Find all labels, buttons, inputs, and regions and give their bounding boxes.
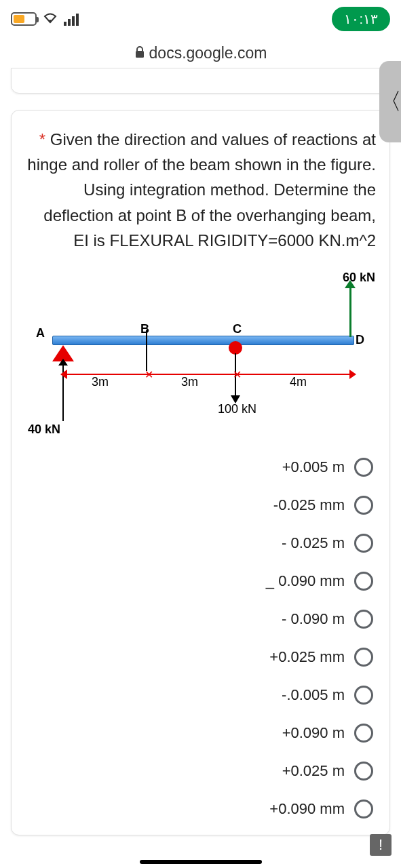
- option-row[interactable]: - 0.025 m: [25, 524, 376, 562]
- option-label: +0.025 mm: [269, 648, 345, 666]
- url-bar[interactable]: docs.google.com: [0, 37, 401, 68]
- option-label: +0.025 m: [282, 762, 345, 780]
- option-label: -0.025 mm: [273, 496, 345, 514]
- option-row[interactable]: +0.090 m: [25, 714, 376, 752]
- question-body: Given the direction and values of reacti…: [27, 130, 376, 250]
- roller-icon: [229, 341, 242, 355]
- option-label: - 0.090 m: [282, 610, 345, 628]
- tick-c: ✕: [233, 368, 242, 381]
- alert-icon: !: [379, 836, 383, 854]
- option-row[interactable]: -.0.005 m: [25, 676, 376, 714]
- side-tab[interactable]: 〈: [379, 61, 401, 142]
- load-d-arrow-shaft: [349, 285, 351, 337]
- node-b-label: B: [140, 322, 149, 336]
- lock-icon: [134, 46, 145, 61]
- option-label: -.0.005 m: [282, 686, 345, 704]
- grid-b: [146, 330, 147, 371]
- signal-icon: [64, 12, 79, 26]
- question-text: * Given the direction and values of reac…: [25, 127, 376, 253]
- options-list: +0.005 m -0.025 mm - 0.025 m _ 0.090 mm …: [25, 448, 376, 828]
- radio-icon[interactable]: [354, 648, 373, 667]
- option-label: - 0.025 m: [282, 534, 345, 552]
- span-bc-label: 3m: [181, 375, 198, 389]
- radio-icon[interactable]: [354, 610, 373, 629]
- home-indicator: [140, 860, 262, 864]
- previous-card-edge: [11, 68, 390, 94]
- node-a-label: A: [36, 326, 45, 340]
- radio-icon[interactable]: [354, 458, 373, 477]
- radio-icon[interactable]: [354, 534, 373, 553]
- dimension-line: [64, 374, 352, 375]
- screen: ١٠:١٣ docs.google.com 〈 * Given the dire…: [0, 0, 401, 868]
- option-label: +0.090 m: [282, 724, 345, 742]
- option-label: +0.090 mm: [269, 800, 345, 818]
- radio-icon[interactable]: [354, 572, 373, 591]
- span-ab-label: 3m: [92, 375, 109, 389]
- question-card: * Given the direction and values of reac…: [11, 110, 390, 835]
- node-c-label: C: [233, 322, 242, 336]
- radio-icon[interactable]: [354, 800, 373, 818]
- option-row[interactable]: +0.090 mm: [25, 790, 376, 828]
- battery-icon: [11, 12, 37, 26]
- chevron-left-icon: 〈: [379, 86, 401, 117]
- arrow-down-icon: [231, 395, 240, 403]
- radio-icon[interactable]: [354, 724, 373, 743]
- option-label: +0.005 m: [282, 458, 345, 476]
- tick-b: ✕: [145, 368, 153, 381]
- dim-arrow-right-icon: [349, 370, 356, 379]
- beam-bar: [52, 336, 354, 345]
- report-fab[interactable]: !: [370, 834, 392, 856]
- svg-point-0: [49, 20, 52, 22]
- option-row[interactable]: _ 0.090 mm: [25, 562, 376, 600]
- arrow-up-icon: [345, 280, 356, 288]
- radio-icon[interactable]: [354, 686, 373, 705]
- beam-diagram: 60 kN A B C D 3m 3m 4m 100 kN 40 kN: [25, 265, 376, 441]
- option-row[interactable]: -0.025 mm: [25, 486, 376, 524]
- option-row[interactable]: - 0.090 m: [25, 600, 376, 638]
- status-left: [11, 10, 79, 27]
- wifi-icon: [42, 10, 58, 27]
- react-a-arrow-up-icon: [58, 359, 68, 366]
- required-asterisk: *: [39, 130, 45, 149]
- option-label: _ 0.090 mm: [266, 572, 345, 590]
- load-c-label: 100 kN: [218, 402, 256, 416]
- span-cd-label: 4m: [290, 375, 307, 389]
- option-row[interactable]: +0.025 mm: [25, 638, 376, 676]
- radio-icon[interactable]: [354, 762, 373, 781]
- dim-arrow-left-icon: [60, 370, 67, 379]
- node-d-label: D: [356, 333, 364, 347]
- url-text: docs.google.com: [149, 44, 267, 62]
- option-row[interactable]: +0.025 m: [25, 752, 376, 790]
- clock: ١٠:١٣: [332, 7, 390, 31]
- radio-icon[interactable]: [354, 496, 373, 515]
- option-row[interactable]: +0.005 m: [25, 448, 376, 486]
- load-a-label: 40 kN: [28, 422, 60, 437]
- status-bar: ١٠:١٣: [0, 0, 401, 37]
- svg-rect-1: [136, 51, 144, 58]
